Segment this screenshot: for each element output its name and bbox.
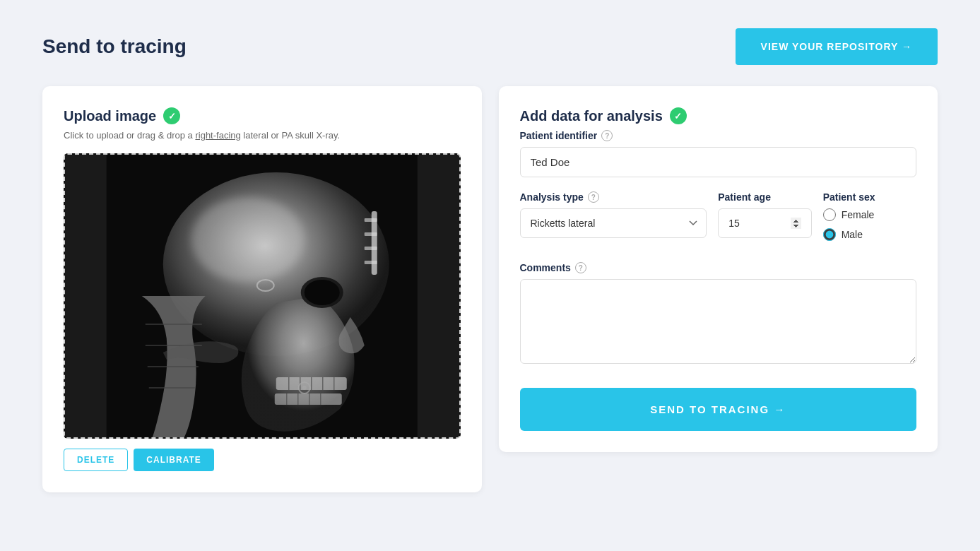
- comments-label: Comments ?: [520, 262, 917, 273]
- analysis-card: Add data for analysis ✓ Patient identifi…: [499, 86, 938, 452]
- comments-help-icon[interactable]: ?: [575, 262, 586, 273]
- svg-point-26: [302, 386, 307, 390]
- xray-svg: [65, 155, 459, 437]
- svg-rect-17: [365, 218, 377, 222]
- patient-identifier-help-icon[interactable]: ?: [601, 130, 613, 141]
- svg-rect-18: [365, 232, 377, 236]
- upload-title-text: Upload image: [64, 108, 156, 124]
- analysis-type-group: Analysis type ? Ricketts lateral Steiner…: [520, 191, 707, 238]
- comments-textarea[interactable]: [520, 279, 917, 364]
- patient-sex-group: Patient sex Female Male: [823, 191, 916, 248]
- patient-identifier-input[interactable]: [520, 147, 917, 177]
- svg-rect-11: [275, 393, 342, 405]
- image-buttons: DELETE CALIBRATE: [64, 449, 461, 471]
- analysis-type-label: Analysis type ?: [520, 191, 707, 203]
- analysis-type-help-icon[interactable]: ?: [588, 191, 599, 203]
- sex-male-radio[interactable]: [823, 228, 836, 241]
- patient-age-label: Patient age: [718, 191, 811, 203]
- patient-age-group: Patient age: [718, 191, 811, 238]
- send-to-tracing-button[interactable]: SEND TO TRACING →: [520, 388, 917, 431]
- delete-button[interactable]: DELETE: [64, 449, 128, 471]
- sex-female-label[interactable]: Female: [823, 208, 916, 221]
- patient-age-input[interactable]: [718, 208, 811, 238]
- upload-card: Upload image ✓ Click to upload or drag &…: [42, 86, 482, 492]
- view-repository-button[interactable]: VIEW YOUR REPOSITORY →: [736, 28, 938, 65]
- analysis-row: Analysis type ? Ricketts lateral Steiner…: [520, 191, 917, 262]
- upload-area[interactable]: [64, 153, 461, 439]
- sex-female-radio[interactable]: [823, 208, 836, 221]
- svg-point-2: [191, 197, 305, 282]
- svg-rect-20: [365, 261, 377, 264]
- analysis-type-select[interactable]: Ricketts lateral Steiner lateral PA skul…: [520, 208, 707, 238]
- upload-card-title: Upload image ✓: [64, 107, 461, 124]
- svg-rect-19: [365, 247, 377, 250]
- analysis-check-icon: ✓: [670, 107, 687, 124]
- upload-subtitle: Click to upload or drag & drop a right-f…: [64, 130, 461, 141]
- sex-male-label[interactable]: Male: [823, 228, 916, 241]
- right-facing-text: right-facing: [195, 130, 240, 141]
- sex-male-text: Male: [842, 229, 863, 240]
- patient-sex-label: Patient sex: [823, 191, 916, 203]
- analysis-title-text: Add data for analysis: [520, 108, 663, 124]
- xray-image: [65, 155, 459, 437]
- analysis-card-title: Add data for analysis ✓: [520, 107, 917, 124]
- cards-container: Upload image ✓ Click to upload or drag &…: [42, 86, 938, 492]
- calibrate-button[interactable]: CALIBRATE: [134, 449, 213, 471]
- patient-identifier-group: Patient identifier ?: [520, 130, 917, 177]
- svg-point-4: [305, 280, 340, 305]
- sex-radio-group: Female Male: [823, 208, 916, 241]
- comments-group: Comments ?: [520, 262, 917, 367]
- patient-identifier-label: Patient identifier ?: [520, 130, 917, 141]
- sex-female-text: Female: [842, 209, 875, 220]
- page-title: Send to tracing: [42, 35, 187, 58]
- upload-check-icon: ✓: [163, 107, 180, 124]
